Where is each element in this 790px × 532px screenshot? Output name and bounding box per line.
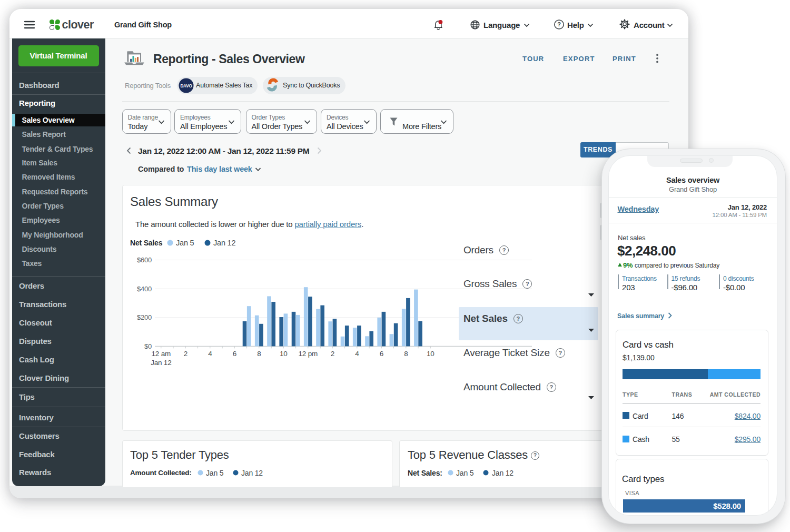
svg-text:10: 10 [427,350,434,358]
svg-text:$600: $600 [137,256,152,264]
svg-text:6: 6 [380,350,383,358]
svg-text:10: 10 [280,350,288,358]
svg-text:$200: $200 [137,313,152,321]
svg-text:12 pm: 12 pm [299,350,318,358]
svg-text:6: 6 [233,350,236,358]
svg-text:12 am: 12 am [152,350,171,358]
svg-text:8: 8 [257,350,261,358]
svg-text:8: 8 [404,350,408,358]
svg-text:4: 4 [355,350,359,358]
svg-text:2: 2 [184,350,187,358]
svg-text:Jan 12: Jan 12 [151,359,171,367]
svg-text:4: 4 [208,350,212,358]
svg-text:DAVO: DAVO [180,84,192,88]
svg-text:$0: $0 [144,342,152,350]
svg-text:2: 2 [331,350,334,358]
svg-text:$400: $400 [137,285,152,293]
